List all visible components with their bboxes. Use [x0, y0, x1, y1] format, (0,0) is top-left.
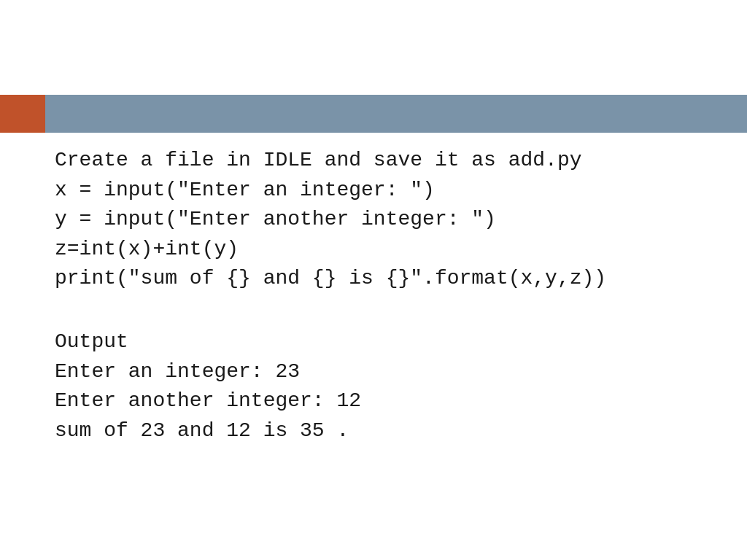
code-line-5: print("sum of {} and {} is {}".format(x,…: [55, 264, 718, 294]
main-content: Create a file in IDLE and save it as add…: [55, 146, 718, 446]
output-line-3: sum of 23 and 12 is 35 .: [55, 416, 718, 446]
code-line-2: x = input("Enter an integer: "): [55, 176, 718, 206]
blue-header-bar: [45, 95, 747, 133]
code-line-1: Create a file in IDLE and save it as add…: [55, 146, 718, 176]
code-line-3: y = input("Enter another integer: "): [55, 205, 718, 235]
output-header: Output: [55, 327, 718, 357]
output-line-2: Enter another integer: 12: [55, 386, 718, 416]
output-section: Output Enter an integer: 23 Enter anothe…: [55, 327, 718, 446]
spacer: [55, 294, 718, 320]
output-line-1: Enter an integer: 23: [55, 357, 718, 387]
code-line-4: z=int(x)+int(y): [55, 235, 718, 265]
orange-accent-bar: [0, 95, 45, 133]
